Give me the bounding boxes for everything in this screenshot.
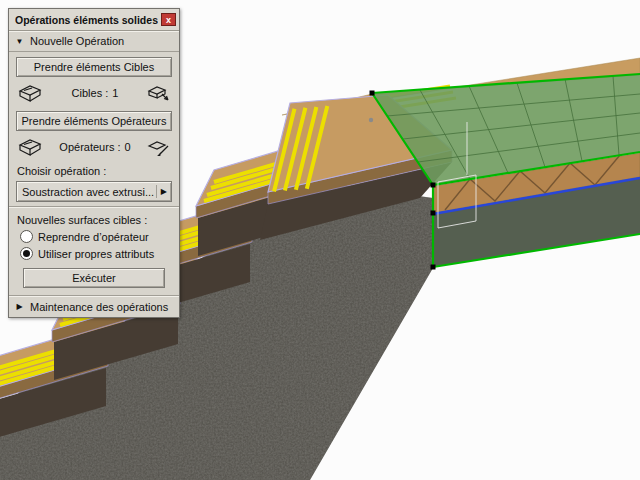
radio-circle: [20, 230, 33, 243]
radio-circle: [20, 247, 33, 260]
new-target-surfaces-label: Nouvelles surfaces cibles :: [9, 209, 179, 228]
dropdown-arrow-icon: ▶: [156, 185, 169, 198]
section-maintenance-label: Maintenance des opérations: [30, 301, 168, 313]
section-maintenance[interactable]: ▶ Maintenance des opérations: [9, 295, 179, 317]
take-operators-button[interactable]: Prendre éléments Opérateurs: [16, 111, 172, 131]
palette-titlebar[interactable]: Opérations éléments solides x: [9, 9, 179, 31]
pick-operator-icon[interactable]: [147, 138, 171, 156]
radio-reuse-operator-attributes[interactable]: Reprendre d’opérateur: [9, 228, 179, 245]
palette-title: Opérations éléments solides: [15, 14, 158, 26]
divider: [9, 206, 179, 208]
execute-button[interactable]: Exécuter: [23, 268, 165, 288]
close-icon[interactable]: x: [161, 13, 176, 26]
pick-target-icon[interactable]: [147, 84, 171, 102]
solid-element-icon: [17, 137, 43, 157]
operation-dropdown-value: Soustraction avec extrusi...: [22, 186, 156, 198]
choose-operation-label: Choisir opération :: [9, 160, 179, 179]
operation-dropdown[interactable]: Soustraction avec extrusi... ▶: [16, 181, 172, 202]
take-targets-button[interactable]: Prendre éléments Cibles: [16, 57, 172, 77]
application-window: Opérations éléments solides x ▼ Nouvelle…: [0, 0, 640, 480]
operators-row: Opérateurs : 0: [9, 136, 179, 160]
collapse-icon: ▼: [15, 37, 24, 46]
operators-counter: Opérateurs : 0: [43, 141, 147, 153]
solid-element-icon: [17, 83, 43, 103]
targets-row: Cibles : 1: [9, 82, 179, 106]
solid-operations-palette: Opérations éléments solides x ▼ Nouvelle…: [8, 8, 180, 318]
expand-icon: ▶: [15, 302, 24, 311]
section-new-operation[interactable]: ▼ Nouvelle Opération: [9, 31, 179, 52]
section-new-operation-label: Nouvelle Opération: [30, 35, 124, 47]
radio-use-own-attributes[interactable]: Utiliser propres attributs: [9, 245, 179, 262]
targets-counter: Cibles : 1: [43, 87, 147, 99]
